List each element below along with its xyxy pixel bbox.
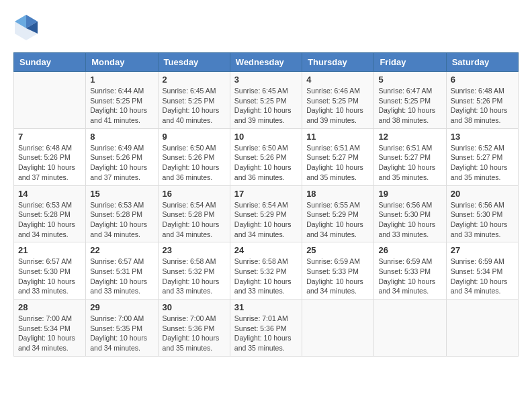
day-header-wednesday: Wednesday xyxy=(230,53,302,72)
day-info: Sunrise: 6:51 AM Sunset: 5:27 PM Dayligh… xyxy=(378,143,441,183)
day-number: 29 xyxy=(90,302,153,312)
day-header-tuesday: Tuesday xyxy=(158,53,230,72)
calendar-cell: 28Sunrise: 7:00 AM Sunset: 5:34 PM Dayli… xyxy=(14,300,86,357)
day-info: Sunrise: 6:57 AM Sunset: 5:30 PM Dayligh… xyxy=(18,257,81,296)
calendar-cell: 23Sunrise: 6:58 AM Sunset: 5:32 PM Dayli… xyxy=(158,242,230,300)
calendar-cell: 4Sunrise: 6:46 AM Sunset: 5:25 PM Daylig… xyxy=(302,72,374,129)
logo xyxy=(13,13,42,42)
day-number: 25 xyxy=(306,245,369,255)
day-header-thursday: Thursday xyxy=(302,53,374,72)
day-number: 10 xyxy=(234,132,298,142)
day-number: 4 xyxy=(306,75,369,85)
page-header xyxy=(13,13,519,42)
day-info: Sunrise: 6:46 AM Sunset: 5:25 PM Dayligh… xyxy=(306,86,369,126)
day-info: Sunrise: 6:53 AM Sunset: 5:28 PM Dayligh… xyxy=(90,200,153,240)
day-number: 14 xyxy=(18,189,81,199)
calendar-cell: 11Sunrise: 6:51 AM Sunset: 5:27 PM Dayli… xyxy=(302,128,374,185)
calendar-cell: 6Sunrise: 6:48 AM Sunset: 5:26 PM Daylig… xyxy=(446,72,518,129)
calendar-cell: 25Sunrise: 6:59 AM Sunset: 5:33 PM Dayli… xyxy=(302,242,374,300)
day-number: 15 xyxy=(90,189,153,199)
day-number: 23 xyxy=(163,245,226,255)
week-row-4: 21Sunrise: 6:57 AM Sunset: 5:30 PM Dayli… xyxy=(14,242,519,300)
day-info: Sunrise: 6:59 AM Sunset: 5:33 PM Dayligh… xyxy=(306,257,369,296)
day-number: 1 xyxy=(90,75,153,85)
day-info: Sunrise: 7:00 AM Sunset: 5:34 PM Dayligh… xyxy=(18,314,81,353)
day-number: 11 xyxy=(306,132,369,142)
day-number: 28 xyxy=(18,302,81,312)
logo-icon xyxy=(13,13,39,42)
day-info: Sunrise: 6:48 AM Sunset: 5:26 PM Dayligh… xyxy=(18,143,81,183)
day-info: Sunrise: 6:50 AM Sunset: 5:26 PM Dayligh… xyxy=(234,143,298,183)
day-info: Sunrise: 6:57 AM Sunset: 5:31 PM Dayligh… xyxy=(90,257,153,296)
calendar-cell: 2Sunrise: 6:45 AM Sunset: 5:25 PM Daylig… xyxy=(158,72,230,129)
calendar-cell: 21Sunrise: 6:57 AM Sunset: 5:30 PM Dayli… xyxy=(14,242,86,300)
calendar-cell: 17Sunrise: 6:54 AM Sunset: 5:29 PM Dayli… xyxy=(230,185,302,242)
calendar-cell: 9Sunrise: 6:50 AM Sunset: 5:26 PM Daylig… xyxy=(158,128,230,185)
day-number: 6 xyxy=(451,75,514,85)
day-info: Sunrise: 6:44 AM Sunset: 5:25 PM Dayligh… xyxy=(90,86,153,126)
calendar-cell: 27Sunrise: 6:59 AM Sunset: 5:34 PM Dayli… xyxy=(446,242,518,300)
day-info: Sunrise: 6:51 AM Sunset: 5:27 PM Dayligh… xyxy=(306,143,369,183)
day-number: 9 xyxy=(163,132,226,142)
day-info: Sunrise: 7:01 AM Sunset: 5:36 PM Dayligh… xyxy=(234,314,298,353)
day-info: Sunrise: 6:48 AM Sunset: 5:26 PM Dayligh… xyxy=(451,86,514,126)
week-row-5: 28Sunrise: 7:00 AM Sunset: 5:34 PM Dayli… xyxy=(14,300,519,357)
day-number: 3 xyxy=(234,75,298,85)
day-header-sunday: Sunday xyxy=(14,53,86,72)
calendar-cell: 3Sunrise: 6:45 AM Sunset: 5:25 PM Daylig… xyxy=(230,72,302,129)
day-info: Sunrise: 6:58 AM Sunset: 5:32 PM Dayligh… xyxy=(234,257,298,296)
day-number: 26 xyxy=(378,245,441,255)
calendar-cell: 24Sunrise: 6:58 AM Sunset: 5:32 PM Dayli… xyxy=(230,242,302,300)
calendar-cell: 13Sunrise: 6:52 AM Sunset: 5:27 PM Dayli… xyxy=(446,128,518,185)
day-info: Sunrise: 6:55 AM Sunset: 5:29 PM Dayligh… xyxy=(306,200,369,240)
day-number: 17 xyxy=(234,189,298,199)
day-info: Sunrise: 6:59 AM Sunset: 5:34 PM Dayligh… xyxy=(451,257,514,296)
calendar-cell: 5Sunrise: 6:47 AM Sunset: 5:25 PM Daylig… xyxy=(374,72,446,129)
day-info: Sunrise: 6:58 AM Sunset: 5:32 PM Dayligh… xyxy=(163,257,226,296)
day-header-saturday: Saturday xyxy=(446,53,518,72)
week-row-1: 1Sunrise: 6:44 AM Sunset: 5:25 PM Daylig… xyxy=(14,72,519,129)
calendar-cell: 8Sunrise: 6:49 AM Sunset: 5:26 PM Daylig… xyxy=(86,128,158,185)
day-info: Sunrise: 7:00 AM Sunset: 5:35 PM Dayligh… xyxy=(90,314,153,353)
day-info: Sunrise: 6:45 AM Sunset: 5:25 PM Dayligh… xyxy=(163,86,226,126)
day-number: 16 xyxy=(163,189,226,199)
calendar-cell: 14Sunrise: 6:53 AM Sunset: 5:28 PM Dayli… xyxy=(14,185,86,242)
day-number: 30 xyxy=(163,302,226,312)
calendar-cell: 12Sunrise: 6:51 AM Sunset: 5:27 PM Dayli… xyxy=(374,128,446,185)
day-number: 27 xyxy=(451,245,514,255)
calendar-cell xyxy=(14,72,86,129)
day-info: Sunrise: 6:50 AM Sunset: 5:26 PM Dayligh… xyxy=(163,143,226,183)
calendar-cell: 10Sunrise: 6:50 AM Sunset: 5:26 PM Dayli… xyxy=(230,128,302,185)
day-info: Sunrise: 6:49 AM Sunset: 5:26 PM Dayligh… xyxy=(90,143,153,183)
day-info: Sunrise: 6:47 AM Sunset: 5:25 PM Dayligh… xyxy=(378,86,441,126)
day-number: 8 xyxy=(90,132,153,142)
day-number: 24 xyxy=(234,245,298,255)
calendar-cell: 29Sunrise: 7:00 AM Sunset: 5:35 PM Dayli… xyxy=(86,300,158,357)
day-number: 12 xyxy=(378,132,441,142)
day-info: Sunrise: 6:45 AM Sunset: 5:25 PM Dayligh… xyxy=(234,86,298,126)
day-info: Sunrise: 6:56 AM Sunset: 5:30 PM Dayligh… xyxy=(451,200,514,240)
calendar-cell: 20Sunrise: 6:56 AM Sunset: 5:30 PM Dayli… xyxy=(446,185,518,242)
calendar-cell xyxy=(446,300,518,357)
calendar-cell: 22Sunrise: 6:57 AM Sunset: 5:31 PM Dayli… xyxy=(86,242,158,300)
week-row-3: 14Sunrise: 6:53 AM Sunset: 5:28 PM Dayli… xyxy=(14,185,519,242)
calendar-cell: 31Sunrise: 7:01 AM Sunset: 5:36 PM Dayli… xyxy=(230,300,302,357)
day-header-monday: Monday xyxy=(86,53,158,72)
calendar-cell: 18Sunrise: 6:55 AM Sunset: 5:29 PM Dayli… xyxy=(302,185,374,242)
day-number: 20 xyxy=(451,189,514,199)
day-number: 22 xyxy=(90,245,153,255)
calendar-cell: 26Sunrise: 6:59 AM Sunset: 5:33 PM Dayli… xyxy=(374,242,446,300)
day-info: Sunrise: 6:52 AM Sunset: 5:27 PM Dayligh… xyxy=(451,143,514,183)
day-number: 31 xyxy=(234,302,298,312)
day-info: Sunrise: 6:56 AM Sunset: 5:30 PM Dayligh… xyxy=(378,200,441,240)
calendar-table: SundayMondayTuesdayWednesdayThursdayFrid… xyxy=(13,52,519,357)
day-number: 5 xyxy=(378,75,441,85)
day-number: 7 xyxy=(18,132,81,142)
calendar-header-row: SundayMondayTuesdayWednesdayThursdayFrid… xyxy=(14,53,519,72)
day-number: 2 xyxy=(163,75,226,85)
calendar-cell xyxy=(302,300,374,357)
day-header-friday: Friday xyxy=(374,53,446,72)
day-info: Sunrise: 7:00 AM Sunset: 5:36 PM Dayligh… xyxy=(163,314,226,353)
day-info: Sunrise: 6:59 AM Sunset: 5:33 PM Dayligh… xyxy=(378,257,441,296)
calendar-cell: 30Sunrise: 7:00 AM Sunset: 5:36 PM Dayli… xyxy=(158,300,230,357)
